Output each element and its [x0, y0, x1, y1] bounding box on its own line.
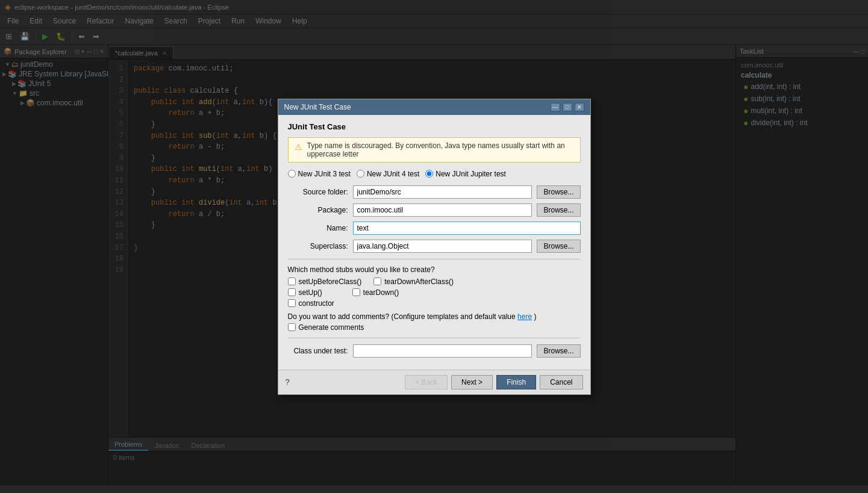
- radio-junit3-input[interactable]: [288, 170, 296, 178]
- source-folder-label: Source folder:: [288, 188, 348, 196]
- checkbox-setup-label: setUp(): [299, 288, 322, 297]
- warning-icon: ⚠: [295, 142, 302, 152]
- source-folder-browse-btn[interactable]: Browse...: [537, 185, 580, 199]
- warning-box: ⚠ Type name is discouraged. By conventio…: [288, 137, 581, 163]
- checkbox-constructor-label: constructor: [299, 299, 334, 308]
- dialog-titlebar-buttons: — □ ✕: [551, 103, 584, 111]
- comments-trailing: ): [534, 312, 536, 321]
- dialog-maximize-btn[interactable]: □: [563, 103, 572, 111]
- generate-comments-row: Generate comments: [288, 323, 581, 332]
- dialog-body: JUnit Test Case ⚠ Type name is discourag…: [278, 115, 590, 370]
- checkbox-row-2: setUp() tearDown(): [288, 288, 581, 297]
- class-under-test-input[interactable]: [353, 344, 532, 358]
- source-folder-row: Source folder: Browse...: [288, 185, 581, 199]
- checkbox-teardown-input[interactable]: [352, 288, 360, 296]
- checkbox-setup-before-class-input[interactable]: [288, 278, 296, 285]
- superclass-row: Superclass: Browse...: [288, 240, 581, 253]
- superclass-browse-btn[interactable]: Browse...: [537, 240, 580, 253]
- radio-junit-jupiter-label: New JUnit Jupiter test: [436, 170, 506, 178]
- package-label: Package:: [288, 206, 348, 214]
- radio-junit-jupiter-input[interactable]: [425, 170, 433, 178]
- next-btn[interactable]: Next >: [451, 375, 493, 389]
- name-row: Name:: [288, 222, 581, 235]
- radio-junit-jupiter[interactable]: New JUnit Jupiter test: [425, 170, 506, 178]
- checkbox-teardown-after-class-label: tearDownAfterClass(): [384, 278, 454, 286]
- warning-text: Type name is discouraged. By convention,…: [307, 141, 574, 158]
- package-browse-btn[interactable]: Browse...: [537, 203, 580, 217]
- class-under-test-browse-btn[interactable]: Browse...: [537, 344, 580, 358]
- junit-version-radio-group: New JUnit 3 test New JUnit 4 test New JU…: [288, 170, 581, 178]
- section-divider-2: [288, 338, 581, 338]
- checkbox-constructor-input[interactable]: [288, 299, 296, 307]
- checkbox-setup[interactable]: setUp(): [288, 288, 322, 297]
- comments-label-text: Do you want to add comments? (Configure …: [288, 312, 516, 321]
- radio-junit3[interactable]: New JUnit 3 test: [288, 170, 351, 178]
- package-input[interactable]: [353, 203, 532, 217]
- name-input[interactable]: [353, 222, 581, 235]
- new-junit-dialog: New JUnit Test Case — □ ✕ JUnit Test Cas…: [278, 99, 591, 395]
- help-btn[interactable]: ?: [286, 377, 290, 386]
- checkbox-teardown-after-class[interactable]: tearDownAfterClass(): [373, 278, 454, 286]
- finish-btn[interactable]: Finish: [496, 375, 536, 389]
- dialog-footer: ? < Back Next > Finish Cancel: [278, 370, 590, 394]
- generate-comments-label: Generate comments: [299, 323, 364, 332]
- checkbox-setup-input[interactable]: [288, 288, 296, 296]
- checkbox-row-1: setUpBeforeClass() tearDownAfterClass(): [288, 278, 581, 286]
- radio-junit4[interactable]: New JUnit 4 test: [357, 170, 419, 178]
- comments-text: Do you want to add comments? (Configure …: [288, 312, 581, 321]
- method-stubs-group: Which method stubs would you like to cre…: [288, 265, 581, 308]
- dialog-title: New JUnit Test Case: [284, 103, 351, 111]
- generate-comments-checkbox[interactable]: [288, 323, 296, 331]
- comments-section: Do you want to add comments? (Configure …: [288, 312, 581, 332]
- superclass-input[interactable]: [353, 240, 532, 253]
- back-btn[interactable]: < Back: [405, 375, 448, 389]
- section-divider-1: [288, 259, 581, 259]
- dialog-section-title: JUnit Test Case: [288, 122, 581, 131]
- dialog-minimize-btn[interactable]: —: [551, 103, 560, 111]
- radio-junit4-label: New JUnit 4 test: [367, 170, 419, 178]
- class-under-test-label: Class under test:: [288, 347, 348, 355]
- modal-overlay: New JUnit Test Case — □ ✕ JUnit Test Cas…: [0, 0, 868, 485]
- name-label: Name:: [288, 224, 348, 232]
- checkbox-setup-before-class-label: setUpBeforeClass(): [299, 278, 362, 286]
- cancel-btn[interactable]: Cancel: [540, 375, 582, 389]
- package-row: Package: Browse...: [288, 203, 581, 217]
- class-under-test-row: Class under test: Browse...: [288, 344, 581, 358]
- checkbox-teardown[interactable]: tearDown(): [352, 288, 399, 297]
- method-stubs-title: Which method stubs would you like to cre…: [288, 265, 581, 274]
- dialog-close-btn[interactable]: ✕: [575, 103, 584, 111]
- checkbox-teardown-label: tearDown(): [363, 288, 399, 297]
- checkbox-teardown-after-class-input[interactable]: [373, 278, 381, 285]
- superclass-label: Superclass:: [288, 242, 348, 250]
- checkbox-setup-before-class[interactable]: setUpBeforeClass(): [288, 278, 362, 286]
- dialog-titlebar: New JUnit Test Case — □ ✕: [278, 99, 590, 115]
- comments-link[interactable]: here: [517, 312, 532, 321]
- radio-junit4-input[interactable]: [357, 170, 364, 178]
- source-folder-input[interactable]: [353, 185, 532, 199]
- checkbox-row-3: constructor: [288, 299, 581, 308]
- radio-junit3-label: New JUnit 3 test: [298, 170, 351, 178]
- checkbox-constructor[interactable]: constructor: [288, 299, 334, 308]
